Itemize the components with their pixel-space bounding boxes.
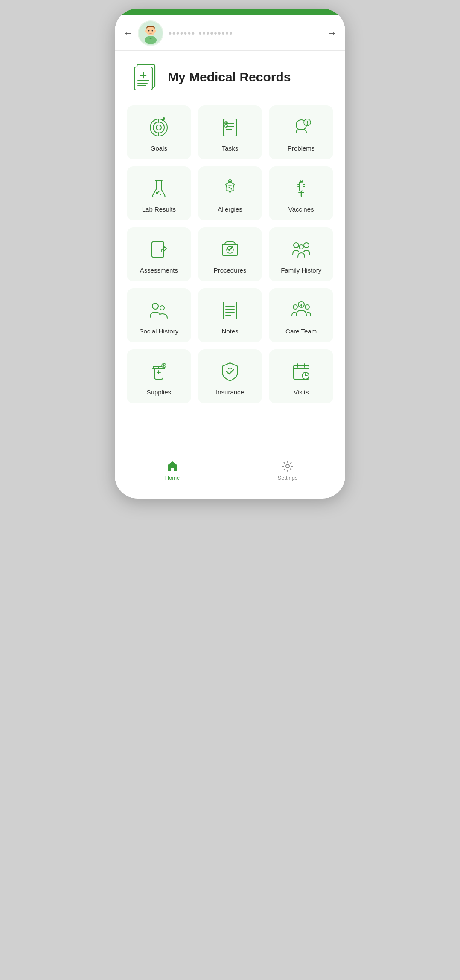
grid-label-procedures: Procedures bbox=[214, 267, 247, 274]
svg-point-16 bbox=[156, 125, 161, 130]
svg-point-51 bbox=[294, 243, 299, 248]
svg-point-32 bbox=[160, 194, 162, 195]
grid-item-insurance[interactable]: Insurance bbox=[198, 349, 262, 403]
grid-item-supplies[interactable]: Supplies bbox=[127, 349, 191, 403]
svg-point-1 bbox=[145, 36, 157, 44]
grid-item-allergies[interactable]: Allergies bbox=[198, 166, 262, 220]
grid-item-social-history[interactable]: Social History bbox=[127, 288, 191, 342]
medical-records-icon bbox=[132, 61, 159, 93]
status-bar bbox=[115, 9, 345, 15]
allergies-icon bbox=[218, 177, 242, 200]
header: ← ••••••• •• bbox=[115, 15, 345, 51]
lab-results-icon bbox=[147, 177, 171, 200]
grid-item-procedures[interactable]: Procedures bbox=[198, 227, 262, 281]
svg-point-52 bbox=[304, 243, 309, 248]
visits-icon bbox=[289, 360, 313, 383]
grid-label-assessments: Assessments bbox=[140, 267, 178, 274]
grid-label-problems: Problems bbox=[288, 145, 314, 152]
care-team-icon bbox=[289, 299, 313, 322]
svg-point-15 bbox=[153, 122, 164, 133]
grid-label-notes: Notes bbox=[221, 328, 238, 335]
spacer bbox=[115, 412, 345, 455]
family-history-icon bbox=[289, 238, 313, 261]
grid-item-tasks[interactable]: Tasks bbox=[198, 105, 262, 159]
grid-label-tasks: Tasks bbox=[222, 145, 238, 152]
home-label: Home bbox=[165, 475, 180, 481]
svg-point-3 bbox=[148, 30, 150, 32]
grid-item-assessments[interactable]: Assessments bbox=[127, 227, 191, 281]
home-icon bbox=[166, 459, 179, 473]
grid-item-visits[interactable]: Visits bbox=[269, 349, 333, 403]
grid-label-allergies: Allergies bbox=[218, 206, 242, 213]
grid-item-goals[interactable]: Goals bbox=[127, 105, 191, 159]
avatar bbox=[138, 20, 163, 46]
grid-label-lab-results: Lab Results bbox=[142, 206, 176, 213]
svg-point-29 bbox=[306, 124, 307, 125]
procedures-icon bbox=[218, 238, 242, 261]
notes-icon bbox=[218, 299, 242, 322]
grid-label-social-history: Social History bbox=[139, 328, 178, 335]
page-title-section: My Medical Records bbox=[115, 51, 345, 102]
grid-label-visits: Visits bbox=[294, 389, 309, 396]
svg-point-54 bbox=[152, 303, 158, 309]
assessments-icon bbox=[147, 238, 171, 261]
grid-label-insurance: Insurance bbox=[216, 389, 244, 396]
bottom-nav: Home Settings bbox=[115, 455, 345, 488]
svg-point-63 bbox=[305, 305, 309, 309]
page-title: My Medical Records bbox=[168, 70, 291, 84]
grid-container: GoalsTasksProblemsLab ResultsAllergiesVa… bbox=[115, 102, 345, 412]
svg-point-5 bbox=[145, 30, 147, 32]
svg-point-77 bbox=[286, 464, 289, 468]
svg-rect-56 bbox=[223, 302, 237, 319]
svg-point-31 bbox=[156, 192, 158, 194]
social-history-icon bbox=[147, 299, 171, 322]
grid-item-care-team[interactable]: Care Team bbox=[269, 288, 333, 342]
grid-label-vaccines: Vaccines bbox=[288, 206, 314, 213]
forward-button[interactable]: → bbox=[327, 28, 337, 39]
settings-icon bbox=[281, 459, 294, 473]
svg-point-19 bbox=[163, 117, 165, 120]
grid-label-family-history: Family History bbox=[281, 267, 321, 274]
insurance-icon bbox=[218, 360, 242, 383]
phone-frame: ← ••••••• •• bbox=[115, 9, 345, 499]
problems-icon bbox=[289, 116, 313, 139]
svg-point-53 bbox=[299, 245, 303, 249]
svg-rect-37 bbox=[300, 182, 303, 191]
grid-item-notes[interactable]: Notes bbox=[198, 288, 262, 342]
grid-item-vaccines[interactable]: Vaccines bbox=[269, 166, 333, 220]
svg-point-35 bbox=[228, 187, 230, 188]
grid-label-care-team: Care Team bbox=[285, 328, 317, 335]
svg-point-36 bbox=[230, 188, 232, 190]
svg-point-6 bbox=[154, 30, 156, 32]
goals-icon bbox=[147, 116, 171, 139]
grid-label-goals: Goals bbox=[151, 145, 167, 152]
grid-item-lab-results[interactable]: Lab Results bbox=[127, 166, 191, 220]
supplies-icon bbox=[147, 360, 171, 383]
settings-label: Settings bbox=[278, 475, 298, 481]
svg-point-62 bbox=[293, 305, 297, 309]
grid-item-problems[interactable]: Problems bbox=[269, 105, 333, 159]
nav-home[interactable]: Home bbox=[115, 459, 230, 481]
svg-point-4 bbox=[152, 30, 153, 32]
svg-point-33 bbox=[158, 191, 160, 193]
back-button[interactable]: ← bbox=[123, 28, 133, 39]
nav-settings[interactable]: Settings bbox=[230, 459, 345, 481]
svg-point-55 bbox=[160, 306, 164, 310]
grid-item-family-history[interactable]: Family History bbox=[269, 227, 333, 281]
patient-name: ••••••• ••••••••• bbox=[169, 29, 322, 38]
grid-label-supplies: Supplies bbox=[147, 389, 172, 396]
vaccines-icon bbox=[289, 177, 313, 200]
tasks-icon bbox=[218, 116, 242, 139]
